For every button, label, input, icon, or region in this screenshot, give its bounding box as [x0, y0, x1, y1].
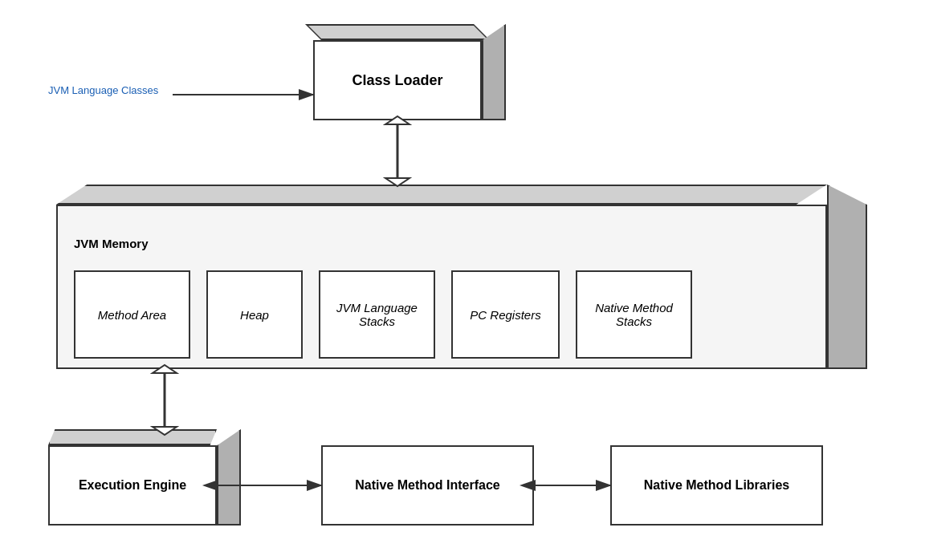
jvm-memory-front: JVM Memory Method Area Heap JVM Language…: [56, 205, 827, 369]
native-method-libraries-box: Native Method Libraries: [610, 445, 823, 526]
native-stacks-label: Native MethodStacks: [595, 301, 673, 328]
nmi-label: Native Method Interface: [355, 478, 499, 493]
heap-box: Heap: [206, 270, 303, 359]
method-area-label: Method Area: [98, 308, 166, 322]
pc-registers-label: PC Registers: [470, 308, 540, 322]
heap-label: Heap: [240, 308, 269, 322]
exec-engine-side: [217, 429, 241, 526]
exec-engine-top: [48, 429, 217, 445]
jvm-memory-side: [827, 185, 867, 369]
jvm-memory-title: JVM Memory: [74, 237, 149, 250]
execution-engine-box: Execution Engine: [48, 429, 241, 526]
pc-registers-box: PC Registers: [451, 270, 560, 359]
method-area-box: Method Area: [74, 270, 190, 359]
class-loader-top: [305, 24, 490, 40]
native-stacks-box: Native MethodStacks: [576, 270, 692, 359]
jvm-stacks-box: JVM LanguageStacks: [319, 270, 435, 359]
class-loader-side: [482, 24, 506, 120]
exec-engine-front: Execution Engine: [48, 445, 217, 526]
class-loader-box: Class Loader: [313, 24, 506, 120]
native-method-interface-box: Native Method Interface: [321, 445, 534, 526]
class-loader-label: Class Loader: [352, 72, 442, 89]
jvm-diagram: Class Loader JVM Language Classes JVM Me…: [0, 0, 925, 560]
jvm-lang-classes-label: JVM Language Classes: [48, 84, 158, 96]
jvm-memory-top: [56, 185, 827, 205]
exec-engine-label: Execution Engine: [79, 478, 186, 493]
class-loader-front: Class Loader: [313, 40, 482, 120]
nml-label: Native Method Libraries: [644, 478, 789, 493]
jvm-memory-box: JVM Memory Method Area Heap JVM Language…: [56, 185, 867, 369]
jvm-stacks-label: JVM LanguageStacks: [336, 301, 418, 328]
